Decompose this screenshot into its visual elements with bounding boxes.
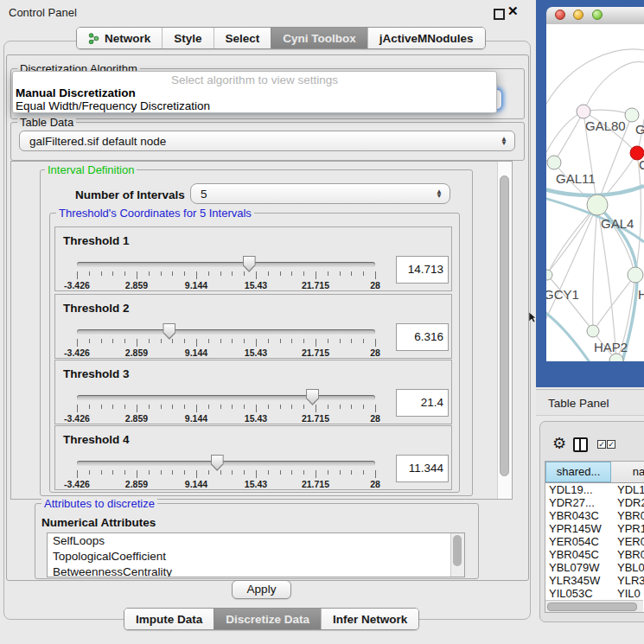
apply-button[interactable]: Apply bbox=[232, 580, 291, 599]
horizontal-scrollbar[interactable] bbox=[545, 600, 643, 612]
cell-name: YBR0 bbox=[612, 548, 644, 561]
network-canvas[interactable]: GAL80GACGAL11GAL4GCY1HHAP2 bbox=[546, 24, 644, 361]
list-scrollbar[interactable] bbox=[450, 533, 464, 577]
tab-impute-data[interactable]: Impute Data bbox=[124, 609, 214, 629]
tab-cyni-toolbox[interactable]: Cyni Toolbox bbox=[271, 28, 367, 48]
network-edge[interactable] bbox=[546, 112, 583, 152]
slider-thumb[interactable] bbox=[211, 455, 224, 471]
cell-shared-name: YER054C bbox=[545, 535, 612, 548]
cell-name: YLR3 bbox=[612, 574, 644, 587]
tab-network[interactable]: Network bbox=[77, 28, 162, 48]
tick-mark bbox=[280, 339, 281, 343]
scrollbar-thumb[interactable] bbox=[453, 535, 462, 566]
dropdown-placeholder-item[interactable]: Select algorithm to view settings bbox=[13, 73, 496, 86]
threshold-value-field[interactable]: 21.4 bbox=[396, 389, 449, 417]
tab-select[interactable]: Select bbox=[214, 28, 271, 48]
network-window-titlebar[interactable] bbox=[546, 7, 644, 25]
tab-infer-network[interactable]: Infer Network bbox=[321, 609, 418, 629]
cell-name: YBL0 bbox=[612, 561, 644, 574]
float-window-icon[interactable] bbox=[494, 9, 505, 20]
slider-track[interactable] bbox=[77, 329, 375, 335]
slider-track[interactable] bbox=[77, 262, 375, 267]
table-row[interactable]: YIL053CYIL0 bbox=[545, 587, 644, 600]
tick-mark bbox=[280, 271, 281, 276]
zoom-traffic-icon[interactable] bbox=[592, 10, 603, 20]
tick-mark bbox=[137, 470, 137, 478]
scrollbar-thumb[interactable] bbox=[547, 603, 637, 611]
mouse-cursor bbox=[529, 312, 537, 323]
network-node[interactable] bbox=[625, 108, 639, 122]
network-node[interactable] bbox=[577, 105, 590, 118]
threshold-value-field[interactable]: 6.316 bbox=[396, 323, 449, 351]
table-row[interactable]: YBL079WYBL0 bbox=[545, 561, 644, 574]
column-header-shared-name[interactable]: shared... bbox=[545, 462, 611, 482]
network-icon bbox=[88, 33, 99, 44]
network-edge[interactable] bbox=[593, 275, 635, 331]
threshold-value-field[interactable]: 14.713 bbox=[396, 256, 449, 284]
network-edge[interactable] bbox=[554, 112, 583, 163]
tick-mark bbox=[244, 470, 245, 475]
vertical-scrollbar[interactable] bbox=[497, 162, 512, 499]
dropdown-item-equal-width-frequency-discretization[interactable]: Equal Width/Frequency Discretization bbox=[13, 99, 496, 112]
slider-tick-labels: -3.4262.8599.14415.4321.71528 bbox=[77, 413, 375, 423]
tick-mark bbox=[77, 470, 78, 478]
tab-jactivemnodules[interactable]: jActiveMNodules bbox=[367, 28, 485, 48]
slider-track[interactable] bbox=[77, 461, 375, 466]
network-node[interactable] bbox=[587, 194, 608, 215]
table-row[interactable]: YDR27...YDR2 bbox=[545, 496, 644, 509]
slider-thumb[interactable] bbox=[243, 256, 256, 272]
minimize-traffic-icon[interactable] bbox=[573, 10, 583, 20]
slider-thumb[interactable] bbox=[163, 323, 175, 340]
table-row[interactable]: YER054CYER0 bbox=[545, 535, 644, 548]
network-edge[interactable] bbox=[546, 205, 597, 328]
table-row[interactable]: YLR345WYLR3 bbox=[545, 574, 644, 587]
tick-mark bbox=[340, 339, 341, 343]
tick-mark bbox=[291, 339, 292, 343]
attribute-item-selfloops[interactable]: SelfLoops bbox=[48, 533, 451, 549]
table-row[interactable]: YPR145WYPR1 bbox=[545, 522, 644, 535]
tick-mark bbox=[124, 339, 125, 343]
column-header-name[interactable]: name bbox=[611, 462, 644, 482]
tick-mark bbox=[256, 339, 257, 347]
network-node[interactable] bbox=[628, 267, 643, 283]
tick-mark bbox=[340, 405, 341, 409]
checkbox-icon[interactable]: ✓ bbox=[597, 440, 606, 449]
network-edge[interactable] bbox=[546, 49, 644, 104]
network-edge[interactable] bbox=[546, 309, 590, 361]
num-intervals-combobox[interactable]: 5 ▲▼ bbox=[190, 183, 450, 204]
network-edge[interactable] bbox=[546, 205, 597, 280]
tab-label: Infer Network bbox=[333, 613, 407, 626]
network-node[interactable] bbox=[587, 325, 599, 337]
column-layout-icon[interactable] bbox=[573, 437, 588, 452]
tick-label: 9.144 bbox=[185, 413, 207, 424]
tick-label: -3.426 bbox=[64, 413, 90, 424]
tick-mark bbox=[328, 405, 328, 409]
slider-track[interactable] bbox=[77, 395, 375, 400]
attribute-item-betweennesscentrality[interactable]: BetweennessCentrality bbox=[48, 564, 451, 577]
network-node[interactable] bbox=[547, 156, 561, 169]
slider-thumb[interactable] bbox=[306, 389, 319, 405]
threshold-value-field[interactable]: 11.344 bbox=[396, 455, 449, 482]
cell-shared-name: YBR043C bbox=[545, 509, 612, 522]
tick-label: 2.859 bbox=[125, 280, 148, 290]
tick-mark bbox=[101, 339, 102, 343]
dropdown-item-manual-discretization[interactable]: Manual Discretization bbox=[13, 86, 496, 99]
tab-discretize-data[interactable]: Discretize Data bbox=[214, 609, 321, 629]
network-node[interactable] bbox=[546, 270, 552, 280]
network-edge[interactable] bbox=[593, 205, 597, 331]
table-row[interactable]: YBR043CYBR0 bbox=[545, 509, 644, 522]
checkbox-icon[interactable]: ✓ bbox=[607, 440, 615, 449]
scrollbar-thumb[interactable] bbox=[500, 175, 509, 476]
tab-style[interactable]: Style bbox=[162, 28, 213, 48]
table-row[interactable]: YBR045CYBR0 bbox=[545, 548, 644, 561]
gear-icon[interactable]: ⚙ bbox=[552, 434, 566, 453]
tick-mark bbox=[268, 271, 269, 276]
close-traffic-icon[interactable] bbox=[555, 10, 565, 20]
node-label: GCY1 bbox=[546, 287, 579, 302]
table-row[interactable]: YDL19...YDL1 bbox=[545, 483, 644, 496]
attribute-item-topologicalcoefficient[interactable]: TopologicalCoefficient bbox=[48, 549, 451, 564]
close-icon[interactable]: ✕ bbox=[507, 3, 519, 19]
table-data-combobox[interactable]: galFiltered.sif default node ▲▼ bbox=[19, 131, 515, 151]
network-view-window: GAL80GACGAL11GAL4GCY1HHAP2 bbox=[536, 0, 644, 387]
network-edge[interactable] bbox=[583, 62, 644, 112]
